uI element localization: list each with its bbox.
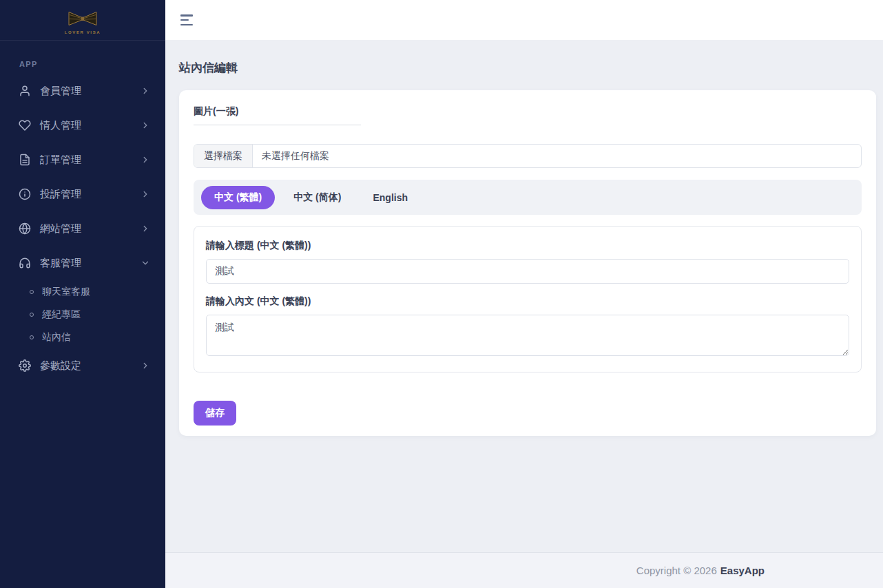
headset-icon xyxy=(19,257,31,269)
sidebar-item-lovers[interactable]: 情人管理 xyxy=(0,108,165,143)
page-content: 站內信編輯 圖片(一張) 選擇檔案 未選擇任何檔案 中文 (繁體) 中文 (简体… xyxy=(165,40,883,552)
footer-brand: EasyApp xyxy=(720,565,765,576)
sidebar-subitem-label: 聊天室客服 xyxy=(42,286,90,298)
info-circle-icon xyxy=(19,188,31,200)
file-upload-input[interactable]: 選擇檔案 未選擇任何檔案 xyxy=(194,144,862,168)
bullet-circle-icon xyxy=(30,335,34,339)
chevron-right-icon xyxy=(141,86,150,96)
sidebar-item-label: 訂單管理 xyxy=(40,154,141,167)
tab-zh-traditional[interactable]: 中文 (繁體) xyxy=(201,186,275,209)
language-tabbar: 中文 (繁體) 中文 (简体) English xyxy=(194,180,862,215)
file-status-text: 未選擇任何檔案 xyxy=(253,145,329,167)
sidebar-nav: APP 會員管理 情人管理 xyxy=(0,41,165,383)
content-textarea[interactable]: 測試 xyxy=(206,315,849,356)
content-field-label: 請輸入內文 (中文 (繁體)) xyxy=(206,295,849,308)
sidebar-subitem-label: 站內信 xyxy=(42,331,71,344)
tab-zh-simplified[interactable]: 中文 (简体) xyxy=(280,186,354,209)
hamburger-menu-icon[interactable] xyxy=(180,14,194,25)
bowtie-logo-icon xyxy=(67,10,98,30)
sidebar-subitem-broker-zone[interactable]: 經紀專區 xyxy=(0,303,165,326)
chevron-right-icon xyxy=(141,224,150,233)
tab-english[interactable]: English xyxy=(360,187,421,209)
chevron-right-icon xyxy=(141,155,150,165)
sidebar-item-label: 會員管理 xyxy=(40,85,141,98)
logo-brand-text: LOVER VISA xyxy=(65,30,101,34)
app-root: LOVER VISA APP 會員管理 情人管理 xyxy=(0,0,883,588)
document-icon xyxy=(19,154,31,166)
main-area: 站內信編輯 圖片(一張) 選擇檔案 未選擇任何檔案 中文 (繁體) 中文 (简体… xyxy=(165,0,883,588)
bullet-circle-icon xyxy=(30,290,34,294)
sidebar-subitem-label: 經紀專區 xyxy=(42,308,81,321)
form-panel: 請輸入標題 (中文 (繁體)) 請輸入內文 (中文 (繁體)) 測試 xyxy=(194,226,862,372)
sidebar-subitem-site-mail[interactable]: 站內信 xyxy=(0,326,165,348)
sidebar-item-orders[interactable]: 訂單管理 xyxy=(0,143,165,177)
page-title: 站內信編輯 xyxy=(179,60,876,76)
sidebar: LOVER VISA APP 會員管理 情人管理 xyxy=(0,0,165,588)
footer: Copyright © 2026 EasyApp xyxy=(165,552,883,588)
title-field-label: 請輸入標題 (中文 (繁體)) xyxy=(206,240,311,251)
label-divider xyxy=(194,125,361,125)
user-icon xyxy=(19,85,31,97)
gear-icon xyxy=(19,359,31,372)
nav-section-label: APP xyxy=(19,60,165,68)
topbar xyxy=(165,0,883,40)
sidebar-item-label: 客服管理 xyxy=(40,257,141,270)
logo[interactable]: LOVER VISA xyxy=(0,0,165,41)
bullet-circle-icon xyxy=(30,313,34,317)
image-field-label: 圖片(一張) xyxy=(194,105,862,118)
sidebar-item-complaints[interactable]: 投訴管理 xyxy=(0,177,165,211)
title-input[interactable] xyxy=(206,259,849,284)
sidebar-item-label: 投訴管理 xyxy=(40,188,141,201)
sidebar-item-members[interactable]: 會員管理 xyxy=(0,74,165,108)
sidebar-item-customer-service[interactable]: 客服管理 xyxy=(0,246,165,280)
sidebar-subitem-chatroom-service[interactable]: 聊天室客服 xyxy=(0,280,165,303)
sidebar-item-label: 網站管理 xyxy=(40,222,141,235)
customer-service-submenu: 聊天室客服 經紀專區 站內信 xyxy=(0,280,165,348)
sidebar-item-label: 參數設定 xyxy=(40,359,141,372)
copyright-text: Copyright © 2026 xyxy=(636,565,717,576)
save-button[interactable]: 儲存 xyxy=(194,401,236,426)
sidebar-item-settings[interactable]: 參數設定 xyxy=(0,348,165,383)
chevron-down-icon xyxy=(141,258,150,268)
heart-icon xyxy=(19,119,31,132)
chevron-right-icon xyxy=(141,189,150,199)
sidebar-item-website[interactable]: 網站管理 xyxy=(0,211,165,246)
sidebar-item-label: 情人管理 xyxy=(40,119,141,132)
editor-card: 圖片(一張) 選擇檔案 未選擇任何檔案 中文 (繁體) 中文 (简体) Engl… xyxy=(179,90,876,436)
chevron-right-icon xyxy=(141,361,150,370)
chevron-right-icon xyxy=(141,120,150,130)
globe-icon xyxy=(19,222,31,235)
choose-file-button[interactable]: 選擇檔案 xyxy=(194,145,253,167)
